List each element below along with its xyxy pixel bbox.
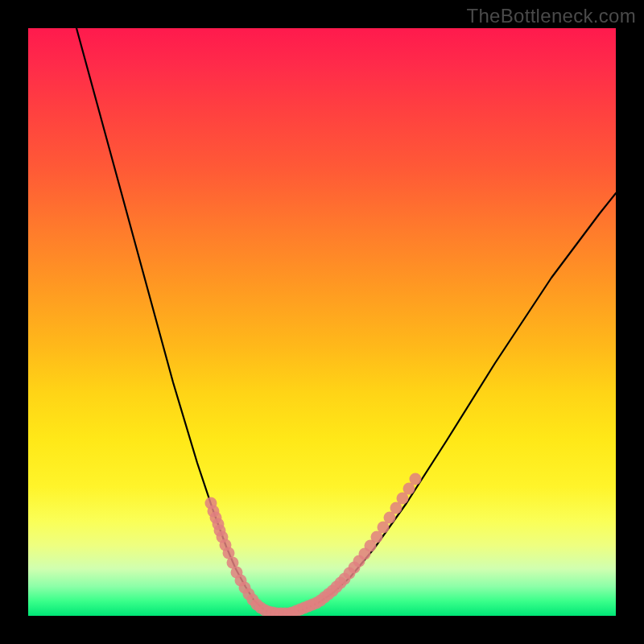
watermark-text: TheBottleneck.com (466, 5, 636, 27)
bottleneck-curve (76, 28, 616, 613)
plot-area (28, 28, 616, 616)
left-cluster-dots (205, 497, 295, 617)
svg-point-48 (410, 473, 422, 485)
right-cluster-dots (287, 473, 422, 617)
curve-svg (28, 28, 616, 616)
chart-frame: TheBottleneck.com (0, 0, 644, 644)
